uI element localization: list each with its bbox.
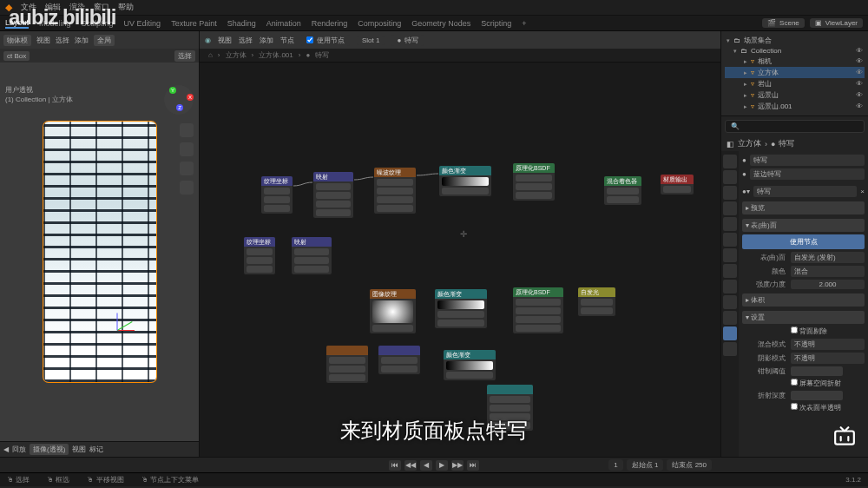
node-texcoord[interactable]: 纹理坐标	[260, 175, 293, 214]
menu-file[interactable]: 文件	[21, 2, 36, 13]
node-noise[interactable]: 噪波纹理	[373, 167, 417, 214]
ss-row[interactable]: 屏幕空间折射	[742, 379, 865, 388]
tab-data-icon[interactable]	[723, 311, 737, 325]
node-colorramp-2[interactable]: 颜色渐变	[434, 288, 488, 329]
tab-texture-icon[interactable]	[723, 342, 737, 356]
node-bsdf[interactable]: 原理化BSDF	[512, 162, 556, 201]
ne-menu-view[interactable]: 视图	[218, 36, 232, 45]
node-canvas[interactable]: 纹理坐标 映射 噪波纹理 颜色渐变 原理化BSDF 混合着色器 材质输出 纹理坐…	[200, 63, 720, 457]
outliner-item-2[interactable]: ▸▿岩山👁	[725, 78, 865, 89]
tab-sculpting[interactable]: Sculpting	[82, 19, 114, 28]
outliner-item-3[interactable]: ▸▿远景山👁	[725, 89, 865, 101]
orientation[interactable]: 全局	[94, 35, 115, 46]
tab-object-icon[interactable]	[723, 233, 737, 247]
frame-current[interactable]: 1	[608, 459, 622, 471]
eye-icon[interactable]: 👁	[856, 91, 863, 99]
play-rev-icon[interactable]: ◀	[420, 460, 432, 471]
vp-footer-mark[interactable]: 标记	[89, 445, 103, 454]
node-texcoord-2[interactable]: 纹理坐标	[243, 236, 276, 275]
tab-layout[interactable]: Layout	[5, 18, 29, 29]
tab-add[interactable]: +	[522, 19, 526, 28]
node-mapping-2[interactable]: 映射	[291, 236, 332, 275]
play-icon[interactable]: ▶	[436, 460, 448, 471]
subsurf-row[interactable]: 次表面半透明	[742, 403, 865, 412]
node-colorramp-3[interactable]: 颜色渐变	[443, 349, 496, 381]
tab-view-icon[interactable]	[723, 186, 737, 200]
ne-menu-node[interactable]: 节点	[280, 36, 294, 45]
mat-selector-row[interactable]: ●▾特写×	[742, 186, 865, 197]
tab-scene-icon[interactable]	[723, 201, 737, 215]
node-imgtex[interactable]: 图像纹理	[369, 288, 417, 334]
tab-modeling[interactable]: Modeling	[39, 19, 71, 28]
panel-surface[interactable]: ▾ 表(曲)面	[742, 219, 865, 232]
keyframe-prev-icon[interactable]: ◀◀	[404, 460, 417, 471]
panel-preview[interactable]: ▸ 预览	[742, 201, 865, 214]
outliner-collection[interactable]: ▾🗀Collection👁	[725, 46, 865, 56]
mode-dropdown[interactable]: 物体模	[3, 35, 31, 46]
menu-edit[interactable]: 编辑	[45, 2, 61, 13]
crumb-3[interactable]: 特写	[315, 50, 329, 60]
pan-icon[interactable]	[180, 142, 194, 156]
ne-menu-select[interactable]: 选择	[239, 36, 253, 45]
node-aux-3[interactable]	[486, 384, 534, 432]
panel-settings[interactable]: ▾ 设置	[742, 311, 865, 324]
strength-row[interactable]: 强度/力度2.000	[742, 280, 865, 289]
vp-footer-view[interactable]: 视图	[72, 445, 86, 454]
tab-output-icon[interactable]	[723, 170, 737, 184]
menu-render[interactable]: 渲染	[69, 2, 85, 13]
ne-menu-add[interactable]: 添加	[260, 36, 273, 45]
outliner-item-1[interactable]: ▸▿立方体👁	[725, 67, 865, 78]
eye-icon[interactable]: 👁	[856, 102, 863, 110]
tab-constraint-icon[interactable]	[723, 295, 737, 309]
eye-icon[interactable]: 👁	[856, 57, 863, 65]
tab-modifier-icon[interactable]	[723, 248, 737, 262]
slot-selector[interactable]: Slot 1	[357, 36, 385, 45]
tab-geonodes[interactable]: Geometry Nodes	[411, 19, 470, 28]
use-nodes-button[interactable]: 使用节点	[742, 234, 865, 249]
refr-row[interactable]: 折射深度	[742, 391, 865, 400]
transform-gizmo[interactable]	[100, 313, 135, 347]
backface-row[interactable]: 背面剔除	[742, 326, 865, 336]
node-mapping[interactable]: 映射	[312, 171, 354, 219]
nav-gizmo[interactable]: X Y Z	[164, 85, 194, 115]
tab-material-icon[interactable]	[723, 326, 737, 340]
eye-icon[interactable]: 👁	[856, 80, 863, 88]
tab-compositing[interactable]: Compositing	[358, 19, 401, 28]
eye-icon[interactable]: 👁	[856, 69, 863, 76]
keyframe-next-icon[interactable]: ▶▶	[451, 460, 464, 471]
node-aux-1[interactable]	[326, 345, 369, 384]
crumb-2[interactable]: 立方体.001	[259, 50, 293, 60]
node-mix[interactable]: 混合着色器	[603, 175, 642, 206]
tab-rendering[interactable]: Rendering	[312, 19, 348, 28]
surface-row[interactable]: 表(曲)面自发光 (发射)	[742, 252, 865, 263]
tab-render-icon[interactable]	[723, 155, 737, 168]
crumb-1[interactable]: 立方体	[226, 50, 247, 60]
jump-end-icon[interactable]: ⏭	[467, 460, 479, 471]
select-pill[interactable]: 选择	[174, 50, 195, 62]
outliner-scene[interactable]: ▾🗀场景集合	[725, 35, 865, 46]
zoom-icon[interactable]	[180, 123, 194, 137]
outliner-item-0[interactable]: ▸▿相机👁	[725, 56, 865, 67]
tab-texturepaint[interactable]: Texture Paint	[171, 19, 217, 28]
shadow-row[interactable]: 阴影模式不透明	[742, 353, 865, 364]
tab-uvediting[interactable]: UV Editing	[124, 19, 161, 28]
mat-slot-1[interactable]: ●蓝边特写	[742, 168, 865, 180]
clip-row[interactable]: 钳制阈值	[742, 366, 865, 376]
camera-icon[interactable]	[180, 162, 194, 175]
viewport-canvas[interactable]: 用户透视 (1) Collection | 立方体 X Y Z	[0, 63, 199, 441]
home-icon[interactable]: ⌂	[208, 51, 213, 59]
tab-shading[interactable]: Shading	[227, 19, 256, 28]
node-aux-2[interactable]	[378, 345, 421, 375]
node-emission[interactable]: 自发光	[577, 287, 616, 317]
vp-menu-add[interactable]: 添加	[75, 36, 89, 45]
frame-start[interactable]: 起始点 1	[627, 459, 664, 471]
tab-particle-icon[interactable]	[723, 264, 737, 278]
close-icon[interactable]: ×	[860, 188, 865, 195]
persp-icon[interactable]	[180, 181, 194, 195]
tab-scripting[interactable]: Scripting	[481, 19, 511, 28]
color-row[interactable]: 颜色混合	[742, 266, 865, 277]
node-colorramp[interactable]: 颜色渐变	[438, 165, 492, 197]
panel-volume[interactable]: ▸ 体积	[742, 293, 865, 307]
mat-slot-0[interactable]: ●特写	[742, 155, 865, 166]
mat-selector[interactable]: ●特写	[391, 35, 424, 46]
